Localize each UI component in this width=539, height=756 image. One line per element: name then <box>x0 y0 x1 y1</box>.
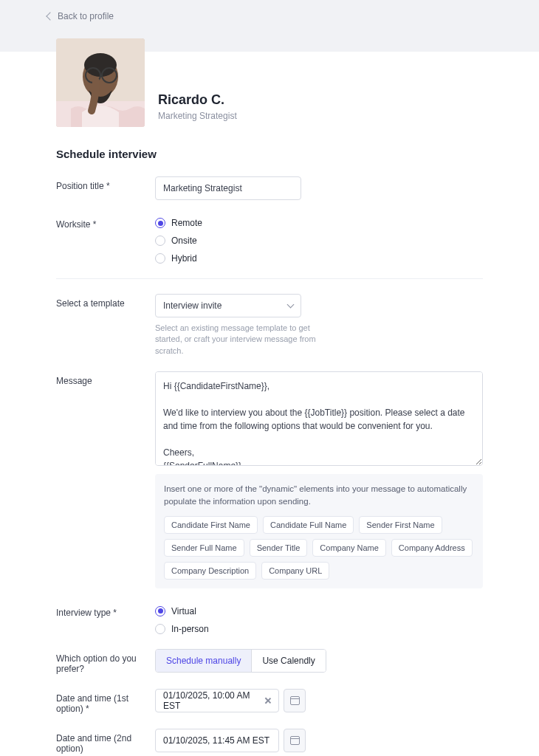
dynamic-tag[interactable]: Company Description <box>164 562 256 580</box>
calendar-icon <box>290 696 300 705</box>
clear-icon[interactable] <box>264 697 271 704</box>
profile-header: Ricardo C. Marketing Strategist <box>56 38 483 127</box>
worksite-radio-remote[interactable]: Remote <box>155 218 483 228</box>
datetime-2-input[interactable]: 01/10/2025, 11:45 AM EST <box>155 729 279 752</box>
schedule-seg-schedule-manually[interactable]: Schedule manually <box>156 650 251 672</box>
back-link[interactable]: Back to profile <box>47 11 114 21</box>
chevron-left-icon <box>46 12 54 20</box>
calendar-button-1[interactable] <box>284 689 306 712</box>
interview-type-radio-in-person[interactable]: In-person <box>155 624 483 634</box>
dynamic-tag[interactable]: Company Address <box>391 539 473 557</box>
datetime-1-input[interactable]: 01/10/2025, 10:00 AM EST <box>155 689 279 712</box>
position-label: Position title * <box>56 176 155 191</box>
calendar-button-2[interactable] <box>284 729 306 752</box>
profile-name: Ricardo C. <box>158 92 237 108</box>
radio-icon <box>155 236 165 246</box>
radio-label: Hybrid <box>171 253 197 264</box>
radio-label: Virtual <box>171 606 196 616</box>
template-label: Select a template <box>56 294 155 309</box>
dynamic-panel: Insert one or more of the "dynamic" elem… <box>155 474 483 588</box>
template-select[interactable]: Interview invite <box>155 294 301 317</box>
schedule-pref-label: Which option do you prefer? <box>56 649 155 674</box>
dynamic-tag[interactable]: Company URL <box>261 562 329 580</box>
schedule-seg-use-calendly[interactable]: Use Calendly <box>251 650 325 672</box>
message-textarea[interactable] <box>155 371 483 466</box>
worksite-label: Worksite * <box>56 215 155 230</box>
back-link-label: Back to profile <box>58 11 114 21</box>
dynamic-tag[interactable]: Sender Full Name <box>164 539 244 557</box>
template-helper: Select an existing message template to g… <box>155 323 321 357</box>
radio-icon <box>155 606 165 616</box>
position-input[interactable]: Marketing Strategist <box>155 176 301 200</box>
dynamic-intro: Insert one or more of the "dynamic" elem… <box>164 483 474 509</box>
worksite-radio-group: RemoteOnsiteHybrid <box>155 215 483 264</box>
avatar <box>56 38 145 127</box>
dt1-label: Date and time (1st option) * <box>56 689 155 714</box>
worksite-radio-hybrid[interactable]: Hybrid <box>155 253 483 264</box>
chevron-down-icon <box>287 301 295 309</box>
dynamic-tag[interactable]: Sender First Name <box>359 516 442 534</box>
radio-label: Onsite <box>171 236 197 246</box>
message-label: Message <box>56 371 155 386</box>
profile-role: Marketing Strategist <box>158 111 237 121</box>
interview-type-radio-virtual[interactable]: Virtual <box>155 606 483 616</box>
dynamic-tag[interactable]: Candidate Full Name <box>263 516 354 534</box>
dynamic-tag[interactable]: Candidate First Name <box>164 516 258 534</box>
schedule-segmented: Schedule manuallyUse Calendly <box>155 649 326 673</box>
interview-type-label: Interview type * <box>56 603 155 618</box>
radio-label: In-person <box>171 624 209 634</box>
calendar-icon <box>290 736 300 745</box>
divider <box>56 278 483 279</box>
radio-icon <box>155 218 165 228</box>
page-title: Schedule interview <box>56 148 483 160</box>
radio-icon <box>155 253 165 264</box>
interview-type-radio-group: VirtualIn-person <box>155 603 483 634</box>
worksite-radio-onsite[interactable]: Onsite <box>155 236 483 246</box>
radio-icon <box>155 624 165 634</box>
radio-label: Remote <box>171 218 202 228</box>
dynamic-tag[interactable]: Sender Title <box>250 539 308 557</box>
dynamic-tag[interactable]: Company Name <box>312 539 385 557</box>
dt2-label: Date and time (2nd option) <box>56 729 155 754</box>
